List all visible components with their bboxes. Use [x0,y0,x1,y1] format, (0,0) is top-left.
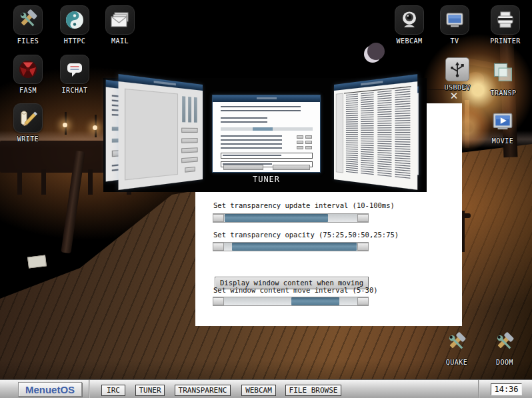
desktop-icon-httpc[interactable]: HTTPC [55,5,95,45]
preview-spinner [305,141,312,144]
tv-icon [440,5,469,35]
desktop-icon-movie[interactable]: MOVIE [483,108,523,145]
slider-track[interactable] [225,214,357,222]
quake-icon [445,329,468,356]
pier-post [88,169,93,195]
move-interval-label: Set window content move interval (5-30) [213,286,378,294]
switcher-selected-label: TUNER [212,175,321,184]
preview-text-column [361,92,374,176]
preview-text-column [346,94,358,175]
desktop-icon-label: IRCHAT [61,87,87,94]
opacity-label: Set transparency opacity (75:25,50:50,25… [213,231,399,239]
lamp [63,123,67,127]
fasm-icon [13,55,43,84]
desktop-icon-quake[interactable]: QUAKE [437,329,477,366]
desktop-icon-irchat[interactable]: IRCHAT [55,55,95,94]
preview-spinner [297,146,303,149]
preview-text [221,106,301,114]
desktop-icon-webcam[interactable]: WEBCAM [389,5,429,45]
lamp [93,125,97,130]
pier-post [17,169,22,195]
httpc-icon [60,5,89,35]
desktop-icon-transp[interactable]: TRANSP [483,60,523,97]
write-icon [13,103,43,133]
task-button-webcam[interactable]: WEBCAM [241,385,276,396]
close-icon[interactable]: ✕ [449,91,459,102]
switcher-preview-left-front[interactable] [119,74,203,190]
transp-icon [491,60,515,87]
menuetos-start-button[interactable]: MenuetOS [18,382,82,397]
preview-titlebar [213,95,320,102]
desktop-icon-label: TV [450,37,459,45]
preview-text [221,117,267,123]
preview-text [221,135,282,150]
update-interval-slider[interactable] [213,213,369,223]
desktop-icon-files[interactable]: FILES [8,5,48,45]
slider-fill [225,214,328,222]
taskbar-clock: 14:36 [491,383,522,395]
webcam-icon [395,5,424,35]
slider-fill [232,243,357,251]
desktop-icon-write[interactable]: WRITE [8,103,48,143]
moon-shadow [367,43,385,60]
desktop-icon-label: HTTPC [64,37,86,45]
slider-fill [291,297,339,305]
preview-button [273,165,310,170]
start-button-label: MenuetOS [25,384,75,395]
desktop-icon-label: WRITE [17,135,39,143]
printer-icon [491,5,520,35]
desktop-icon-printer[interactable]: PRINTER [485,5,525,45]
desktop-icon-mail[interactable]: MAIL [100,5,140,45]
desktop-icon-label: PRINTER [490,37,521,45]
preview-button [181,138,197,143]
files-icon [13,5,43,35]
opacity-slider[interactable] [213,242,369,251]
switcher-preview-right-front[interactable] [334,74,417,190]
taskbar: MenuetOS IRC TUNER TRANSPARENC WEBCAM FI… [0,379,532,398]
preview-vslider [189,97,191,122]
preview-spinner [305,135,312,139]
slider-track[interactable] [225,243,357,251]
preview-button [181,128,197,133]
switcher-preview-selected[interactable] [212,95,321,173]
preview-slider-fill [253,127,273,131]
preview-vslider [183,96,186,122]
pier-post [41,169,46,195]
update-interval-label: Set transparency update interval (10-100… [213,201,395,209]
desktop-icon-label: WEBCAM [396,37,422,45]
task-button-transparenc[interactable]: TRANSPARENC [175,385,231,396]
preview-button [223,165,263,170]
preview-vslider [194,97,197,123]
desktop-icon-doom[interactable]: DOOM [485,329,525,366]
preview-text-column [377,91,391,178]
desktop-icon-fasm[interactable]: FASM [8,55,48,94]
preview-panel [125,89,178,180]
desktop-icon-label: DOOM [496,359,513,366]
slider-decrease-button[interactable] [213,214,224,222]
desktop-icon-label: TRANSP [490,89,516,97]
preview-sidebar [336,93,343,173]
desktop-icon-label: MAIL [111,37,129,45]
task-button-tuner[interactable]: TUNER [135,385,165,396]
slider-decrease-button[interactable] [213,243,224,251]
preview-button [181,157,197,163]
preview-spinner [297,141,303,144]
preview-text-column [395,89,411,180]
slider-increase-button[interactable] [357,243,369,251]
task-button-file-browse[interactable]: FILE BROWSE [285,385,341,396]
slider-increase-button[interactable] [357,214,369,222]
desktop-icon-label: FILES [17,37,39,45]
preview-button [181,147,197,153]
desktop-icon-tv[interactable]: TV [435,5,475,45]
desktop-icon-usbdev[interactable]: USBDEV [437,57,477,91]
taskbar-separator [89,380,90,398]
desktop-icon-label: FASM [19,87,37,94]
slider-decrease-button[interactable] [213,297,224,305]
slider-increase-button[interactable] [357,297,369,305]
desktop-icon-label: MOVIE [492,137,514,145]
move-interval-slider[interactable] [213,297,369,306]
task-switcher: TUNER [103,78,427,192]
usbdev-icon [445,57,469,81]
task-button-irc[interactable]: IRC [101,385,125,396]
slider-track[interactable] [225,297,357,305]
